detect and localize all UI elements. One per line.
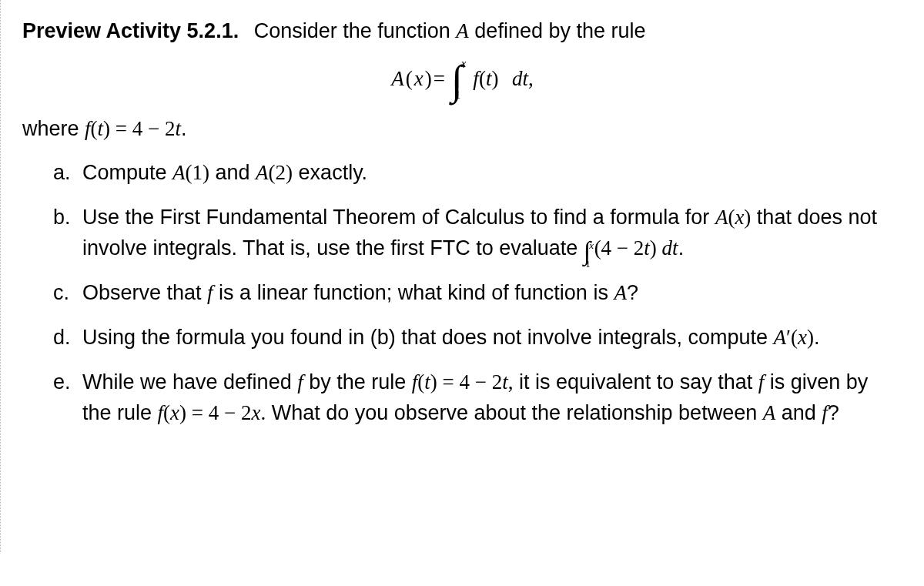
item-d-m1-arg: x: [798, 326, 807, 349]
item-b-dt-var: t: [672, 236, 678, 260]
item-a-m2-fn: A: [256, 161, 269, 184]
item-e-text-6: and: [775, 401, 822, 424]
item-b-m1-arg: x: [735, 206, 744, 229]
item-a-m1-fn: A: [172, 161, 186, 184]
item-e-m4-rhs-pre: = 4 − 2: [186, 401, 251, 424]
item-e-m2-rhs-pre: = 4 − 2: [437, 370, 502, 393]
eq-equals: =: [434, 67, 445, 91]
activity-heading-line: Preview Activity 5.2.1. Consider the fun…: [22, 17, 902, 45]
where-clause: where f(t) = 4 − 2t.: [22, 117, 902, 141]
where-fn: f: [85, 117, 91, 140]
item-d-text-1: Using the formula you found in (b) that …: [82, 326, 774, 349]
display-equation: A(x) = ∫ x 1 f(t) dt,: [22, 59, 902, 99]
eq-lhs-fn: A: [391, 67, 404, 91]
item-b-integral-upper: x: [589, 238, 594, 253]
eq-lhs-paren-close: ): [425, 67, 432, 91]
item-e-text-5: What do you observe about the relationsh…: [266, 401, 762, 424]
item-e-text-1: While we have defined: [82, 370, 297, 393]
item-b: b. Use the First Fundamental Theorem of …: [53, 203, 902, 264]
item-b-integral: ∫ x 1: [584, 239, 594, 263]
item-a: a. Compute A(1) and A(2) exactly.: [53, 158, 902, 189]
item-b-m1-fn: A: [715, 206, 728, 229]
activity-label: Preview Activity 5.2.1.: [22, 19, 239, 42]
item-a-m1-arg: (1): [186, 161, 209, 184]
item-e-m2-comma: ,: [508, 370, 514, 393]
integrand-paren-open: (: [479, 67, 486, 90]
item-e-m5: A: [763, 401, 776, 424]
activity-intro: Consider the function A defined by the r…: [254, 19, 646, 42]
item-b-m1-paren-close: ): [744, 206, 751, 229]
item-e-m6: f: [822, 401, 828, 424]
item-c: c. Observe that f is a linear function; …: [53, 278, 902, 309]
where-rhs: = 4 − 2: [110, 117, 175, 140]
where-prefix: where: [22, 117, 85, 140]
item-d-text-2: .: [814, 326, 820, 349]
where-rhs-var: t: [176, 117, 182, 140]
item-b-marker: b.: [53, 203, 71, 233]
item-d-m1-paren-open: (: [791, 326, 798, 349]
item-b-text-3: .: [678, 236, 685, 260]
dt-d: d: [512, 67, 523, 90]
dt-var: t: [522, 67, 528, 90]
item-a-text-3: exactly.: [293, 161, 367, 184]
integral-lower: 1: [455, 89, 461, 102]
item-e-text-3: it is equivalent to say that: [514, 370, 758, 393]
item-d-marker: d.: [53, 323, 71, 353]
item-a-m2-arg: (2): [269, 161, 293, 184]
where-paren-open: (: [91, 117, 98, 140]
item-e-marker: e.: [53, 367, 71, 398]
item-e-m2-rhs-var: t: [502, 370, 508, 393]
eq-lhs-paren-open: (: [406, 67, 413, 91]
item-c-text-2: is a linear function; what kind of funct…: [213, 281, 614, 304]
item-a-text-1: Compute: [82, 161, 172, 184]
intro-text-after: defined by the rule: [469, 19, 646, 42]
item-d: d. Using the formula you found in (b) th…: [53, 323, 902, 353]
item-e-m1: f: [297, 370, 303, 393]
item-e-m4-fn: f: [158, 401, 164, 424]
activity-container: Preview Activity 5.2.1. Consider the fun…: [0, 0, 924, 552]
item-b-integrand-post: ): [650, 236, 662, 260]
integrand: f(t) dt,: [473, 67, 533, 91]
item-e-text-7: ?: [828, 401, 839, 424]
item-e-m4-paren-close: ): [179, 401, 186, 424]
intro-var-A: A: [456, 19, 469, 42]
item-c-m1: f: [207, 281, 213, 304]
item-d-m1-paren-close: ): [807, 326, 814, 349]
integrand-paren-close: ): [491, 67, 498, 90]
item-e-m2-paren-open: (: [417, 370, 424, 393]
item-e-m2-paren-close: ): [430, 370, 437, 393]
where-period: .: [181, 117, 187, 140]
where-paren-close: ): [103, 117, 110, 140]
item-e: e. While we have defined f by the rule f…: [53, 367, 902, 429]
item-e-m4-rhs-var: x: [252, 401, 261, 424]
item-c-m2: A: [614, 281, 627, 304]
eq-lhs-arg: x: [414, 67, 424, 91]
item-b-dt-d: d: [662, 236, 673, 260]
where-arg: t: [98, 117, 104, 140]
item-e-m4-paren-open: (: [163, 401, 170, 424]
item-a-marker: a.: [53, 158, 71, 189]
item-list: a. Compute A(1) and A(2) exactly. b. Use…: [22, 158, 902, 429]
eq-comma: ,: [528, 67, 534, 90]
item-a-text-2: and: [209, 161, 256, 184]
item-e-m4-arg: x: [170, 401, 179, 424]
integral-upper: x: [461, 57, 467, 70]
item-d-m1-fn: A: [774, 326, 787, 349]
item-b-text-1: Use the First Fundamental Theorem of Cal…: [82, 206, 715, 229]
item-b-integrand-pre: (4 − 2: [594, 236, 644, 260]
item-b-integral-lower: 1: [585, 256, 591, 271]
item-e-text-2: by the rule: [303, 370, 412, 393]
item-c-text-3: ?: [627, 281, 638, 304]
item-e-m2-arg: t: [424, 370, 430, 393]
item-c-text-1: Observe that: [82, 281, 207, 304]
item-b-integrand-var: t: [644, 236, 650, 260]
integrand-fn: f: [473, 67, 479, 90]
integral: ∫ x 1: [451, 59, 465, 99]
item-b-integral-limits: x 1: [588, 239, 594, 263]
item-c-marker: c.: [53, 278, 69, 309]
intro-text-before: Consider the function: [254, 19, 457, 42]
